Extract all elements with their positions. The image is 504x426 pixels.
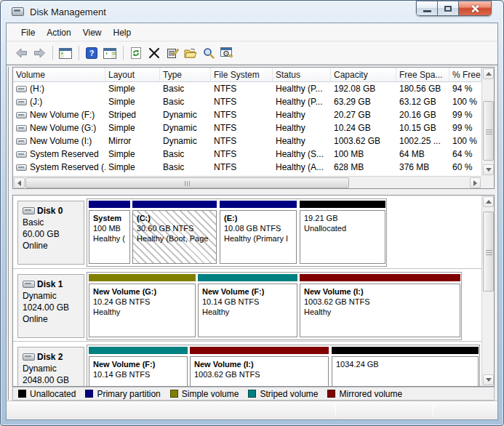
maximize-button[interactable] (437, 1, 458, 16)
partition-system[interactable]: System100 MBHealthy ( (89, 201, 130, 265)
arrow-right-icon (473, 180, 477, 186)
column-header-status[interactable]: Status (273, 68, 331, 82)
scroll-down-button[interactable] (483, 374, 494, 385)
scroll-thumb[interactable] (483, 101, 494, 161)
scroll-thumb[interactable] (483, 212, 494, 292)
refresh-button[interactable] (127, 44, 145, 62)
disk-0-strip: System100 MBHealthy ( (C:)30.60 GB NTFSH… (87, 198, 387, 267)
disk-0-row: Disk 0 Basic 60.00 GB Online System100 M… (13, 196, 481, 268)
disk-icon (23, 353, 35, 361)
toolbar-separator (123, 46, 124, 60)
partition-e[interactable]: (E:)10.08 GB NTFSHealthy (Primary I (220, 201, 297, 265)
partition-f[interactable]: New Volume (F:)10.14 GB NTFSHealthy (198, 274, 297, 338)
partition-c[interactable]: (C:)30.60 GB NTFSHealthy (Boot, Page (132, 201, 217, 265)
help-button[interactable]: ? (83, 44, 100, 62)
volume-list-body: (H:) SimpleBasic NTFSHealthy (P... 192.0… (13, 82, 494, 174)
menu-help[interactable]: Help (108, 25, 137, 40)
partition-i[interactable]: New Volume (I:)1003.62 GB NTFSHealthy (300, 274, 460, 338)
scroll-right-button[interactable] (470, 177, 481, 188)
forward-button[interactable] (31, 44, 48, 62)
partition-g[interactable]: New Volume (G:)10.24 GB NTFSHealthy (89, 274, 196, 338)
find-button[interactable] (200, 44, 217, 62)
column-header-free-space[interactable]: Free Spa... (396, 68, 449, 82)
arrow-left-icon (17, 180, 21, 186)
status-bar-divider (335, 405, 336, 417)
forward-icon (33, 47, 46, 59)
manage-computer-button[interactable] (218, 44, 236, 62)
scroll-left-button[interactable] (14, 177, 25, 188)
volume-icon (16, 125, 27, 132)
disk-2-row: Disk 2 Dynamic 2048.00 GB New Volume (F:… (13, 341, 481, 387)
close-button[interactable] (458, 1, 492, 16)
menu-action[interactable]: Action (41, 25, 76, 40)
properties-icon (167, 47, 179, 59)
partition-color-bar (89, 347, 188, 354)
volume-row[interactable]: System Reserved SimpleBasic NTFSHealthy … (13, 148, 494, 161)
mirrored-volume-swatch (327, 390, 335, 398)
menu-file[interactable]: File (15, 25, 41, 40)
unallocated-region[interactable]: 1034.24 GB (332, 347, 479, 387)
menu-view[interactable]: View (77, 25, 108, 40)
disk-1-label[interactable]: Disk 1 Dynamic 1024.00 GB Online (17, 274, 84, 338)
partition-color-bar (332, 347, 479, 354)
back-button[interactable] (12, 44, 30, 62)
properties-button[interactable] (164, 44, 181, 62)
column-header-type[interactable]: Type (160, 68, 211, 82)
volume-row[interactable]: New Volume (G:) SimpleDynamic NTFSHealth… (13, 121, 494, 134)
svg-text:?: ? (89, 49, 95, 57)
arrow-down-icon (486, 168, 492, 172)
column-header-pct-free[interactable]: % Free (449, 68, 481, 82)
back-icon (15, 47, 28, 59)
show-console-tree-button[interactable] (57, 44, 74, 62)
console-work-area: Volume Layout Type File System Status Ca… (7, 65, 497, 419)
disk-0-label[interactable]: Disk 0 Basic 60.00 GB Online (17, 201, 84, 265)
volume-list-header: Volume Layout Type File System Status Ca… (13, 68, 494, 82)
title-bar[interactable]: Disk Management (1, 1, 503, 23)
console-tree-splitter[interactable] (8, 67, 10, 400)
column-header-file-system[interactable]: File System (211, 68, 273, 82)
partition-i-mirror[interactable]: New Volume (I:)1003.62 GB NTFS (190, 347, 329, 387)
partition-color-bar (89, 274, 196, 281)
help-icon: ? (86, 47, 97, 59)
scroll-up-button[interactable] (483, 68, 494, 79)
volume-row[interactable]: New Volume (F:) StripedDynamic NTFSHealt… (13, 108, 494, 121)
disk-2-strip: New Volume (F:)10.14 GB NTFS New Volume … (87, 345, 480, 387)
column-header-layout[interactable]: Layout (105, 68, 160, 82)
arrow-up-icon (486, 200, 492, 204)
scroll-down-button[interactable] (483, 164, 494, 175)
volume-row[interactable]: (J:) SimpleBasic NTFSHealthy (P... 63.29… (13, 95, 494, 108)
volume-row[interactable]: New Volume (I:) MirrorDynamic NTFSHealth… (13, 134, 494, 148)
volume-row[interactable]: (H:) SimpleBasic NTFSHealthy (P... 192.0… (13, 82, 494, 95)
column-header-capacity[interactable]: Capacity (331, 68, 396, 82)
disk-graphical-pane: Disk 0 Basic 60.00 GB Online System100 M… (12, 195, 495, 387)
partition-color-bar (300, 201, 385, 208)
unallocated-region[interactable]: 19.21 GBUnallocated (300, 201, 385, 265)
column-header-volume[interactable]: Volume (13, 68, 105, 82)
disk-icon (23, 281, 35, 288)
legend-mirrored-volume: Mirrored volume (327, 389, 402, 399)
show-action-pane-button[interactable] (101, 44, 119, 62)
refresh-icon (130, 47, 142, 59)
delete-button[interactable] (145, 44, 163, 62)
partition-color-bar (190, 347, 329, 354)
open-button[interactable] (182, 44, 199, 62)
disk-pane-vertical-scrollbar[interactable] (481, 196, 494, 386)
menu-bar: File Action View Help (7, 24, 497, 41)
magnifier-icon (203, 47, 215, 59)
maximize-icon (444, 6, 452, 12)
unallocated-swatch (18, 390, 26, 398)
disk-1-strip: New Volume (G:)10.24 GB NTFSHealthy New … (87, 272, 462, 340)
arrow-up-icon (486, 72, 492, 76)
volume-row[interactable]: System Reserved (... SimpleBasic NTFSHea… (13, 161, 494, 174)
partition-color-bar (89, 201, 130, 208)
disk-2-label[interactable]: Disk 2 Dynamic 2048.00 GB (17, 347, 84, 387)
close-icon (471, 4, 479, 13)
scroll-thumb[interactable] (25, 177, 349, 188)
scroll-up-button[interactable] (483, 196, 494, 207)
disk-icon (23, 207, 35, 214)
minimize-button[interactable] (416, 1, 437, 16)
volume-list-horizontal-scrollbar[interactable] (13, 176, 481, 188)
volume-list-vertical-scrollbar[interactable] (481, 68, 494, 176)
disk-management-app-icon (12, 7, 24, 16)
partition-f-mirror[interactable]: New Volume (F:)10.14 GB NTFS (89, 347, 188, 387)
